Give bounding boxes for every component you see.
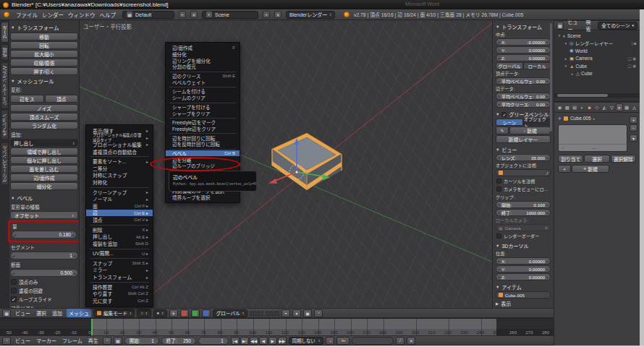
timeline-menu-マーカー[interactable]: マーカー <box>34 336 59 345</box>
lens-slider[interactable]: レンズ: 35.000 <box>496 154 551 161</box>
mesh-object[interactable] <box>272 133 342 190</box>
pivot-dropdown[interactable]: ● ↕ <box>153 309 167 317</box>
extrude-button[interactable]: 押し出し ↕ <box>10 139 78 147</box>
cursor-axis-slider[interactable]: Z:0.00000 <box>496 273 551 280</box>
cursor-axis-slider[interactable]: X:0.00000 <box>496 257 551 265</box>
timeline-menu-フレーム[interactable]: フレーム <box>60 336 85 345</box>
layer-cell[interactable] <box>277 314 279 316</box>
mesh-menu-item[interactable]: 複製を追加Shift D <box>86 240 153 247</box>
layer-cell[interactable] <box>268 314 271 316</box>
mesh-menu-item[interactable]: 対称にスナップ <box>86 172 153 179</box>
mean-bevel-weight-vertex-slider[interactable]: 平均ベベルウェ: 0.00 <box>496 77 551 85</box>
layer-cell[interactable] <box>258 314 260 316</box>
tool-button[interactable]: 辺をス <box>10 95 44 103</box>
np-display-header[interactable]: ▶ 表示 <box>496 300 551 307</box>
frame-end-field[interactable]: 終了: 250 <box>161 337 196 345</box>
deselect-button[interactable]: 選択解除 <box>611 155 636 163</box>
outliner-row[interactable]: ▾◎レンダーレイヤー| ◙ <box>556 40 638 48</box>
render-border-checkbox[interactable] <box>496 234 501 239</box>
view3d-menu-追加[interactable]: 追加 <box>50 309 64 317</box>
local-camera-field[interactable]: ▣ Camera ✕ <box>496 224 551 231</box>
manipulator-rotate-button[interactable] <box>191 309 200 317</box>
restriction-icons[interactable]: ▢ ◉ <box>627 56 638 61</box>
edge-menu-item[interactable]: シームのクリア <box>166 95 240 101</box>
bevel-panel-header[interactable]: ▼ ベベル <box>11 194 77 202</box>
properties-tab-8[interactable]: ● <box>616 103 622 111</box>
layout-add-button[interactable]: + <box>179 11 186 18</box>
tool-button[interactable]: 回転 <box>10 41 78 49</box>
topbar-menu-レンダー[interactable]: レンダー <box>40 11 66 19</box>
playback-button[interactable]: |◀ <box>231 337 240 345</box>
view3d-menu-選択[interactable]: 選択 <box>34 309 48 317</box>
tool-button[interactable]: 面を差し込む <box>10 165 78 173</box>
layer-cell[interactable] <box>274 314 276 316</box>
mesh-menu-item[interactable]: 面Ctrl F ▸ <box>86 202 153 210</box>
checkbox[interactable] <box>11 279 17 285</box>
topbar-menu-ヘルプ[interactable]: ヘルプ <box>98 11 119 19</box>
properties-tab-7[interactable]: ▽ <box>609 103 615 111</box>
tool-button[interactable]: 拡大縮小 <box>10 50 78 58</box>
eyedropper-icon[interactable]: ∕ <box>547 171 548 176</box>
edge-menu-item[interactable]: ベベルウェイト <box>166 79 240 85</box>
mesh-menu-item[interactable]: スナップShift S ▸ <box>86 260 153 267</box>
layer-cell[interactable] <box>271 314 274 316</box>
tool-button[interactable]: 頂点スムーズ <box>10 113 78 121</box>
render-opengl-button[interactable]: ▣ <box>303 309 312 317</box>
properties-tab-0[interactable]: ◉ <box>556 103 563 111</box>
editor-type-button[interactable]: ◔ <box>2 337 11 345</box>
layer-cell[interactable] <box>277 311 279 313</box>
render-opengl-anim-button[interactable]: ◔ <box>314 309 323 317</box>
transform-panel-header[interactable]: ▼ トランスフォーム <box>11 24 77 31</box>
edge-menu-item[interactable]: 境界ループを選択 <box>166 194 240 200</box>
editor-type-button[interactable]: ▦ <box>556 22 564 30</box>
layout-delete-button[interactable]: ✕ <box>190 11 198 18</box>
mesh-menu-item[interactable]: 辺Ctrl E ▸ <box>86 210 153 217</box>
properties-tab-1[interactable]: ▩ <box>564 103 570 111</box>
properties-tab-4[interactable]: ■ <box>586 103 593 111</box>
preview-range-button[interactable]: ◔ <box>103 337 111 345</box>
scene-add-button[interactable]: + <box>263 11 270 18</box>
layer-cell[interactable] <box>271 311 274 313</box>
local-button[interactable]: ローカル <box>523 62 551 69</box>
material-browse-button[interactable]: ● <box>558 165 571 173</box>
properties-tab-9[interactable]: ▦ <box>624 103 630 111</box>
timeline-menu-再生[interactable]: 再生 <box>86 336 101 345</box>
tool-button[interactable]: 頂点 <box>45 95 79 103</box>
outliner-row[interactable]: ◉World <box>556 47 638 55</box>
shelf-tab[interactable]: シェーディング/UV <box>1 62 9 109</box>
new-layer-button[interactable]: 新規レイヤー <box>496 135 551 143</box>
global-button[interactable]: グローバル <box>496 62 523 69</box>
scene-selector[interactable]: ◐ Scene <box>202 11 258 19</box>
keying-set-clear-button[interactable]: ✕ <box>407 337 415 345</box>
n-panel-scrollbar[interactable] <box>550 23 552 132</box>
layer-cell[interactable] <box>255 314 258 316</box>
outliner-scrollbar[interactable] <box>557 94 608 97</box>
frame-start-field[interactable]: 開始: 1 <box>124 337 159 345</box>
snap-element-dropdown[interactable]: ▾ <box>292 309 301 317</box>
np-cursor-header[interactable]: ▼ 3Dカーソル <box>496 242 551 249</box>
slot-specials-button[interactable]: ▾ <box>630 134 637 142</box>
shelf-tab[interactable]: ツール <box>1 22 9 43</box>
layer-cell[interactable] <box>258 311 260 313</box>
playback-button[interactable]: ◀ <box>259 337 268 345</box>
layer-cell[interactable] <box>253 311 255 313</box>
mode-dropdown[interactable]: 編集モード ↕ <box>93 309 135 317</box>
properties-tab-6[interactable]: ◭ <box>601 103 608 111</box>
shelf-tab[interactable]: 作成 <box>1 44 9 61</box>
mesh-menu-item[interactable]: 要素をソート...▸ <box>86 158 153 165</box>
current-frame-field[interactable]: 1 <box>198 337 229 345</box>
keying-set-field[interactable] <box>352 337 394 345</box>
keying-set-insert-button[interactable]: ∕ <box>396 337 404 345</box>
blender-menu-icon[interactable] <box>4 12 9 17</box>
mesh-menu-button[interactable]: メッシュ <box>67 309 91 317</box>
material-new-button[interactable]: + 新規 <box>572 165 609 173</box>
topbar-menu-ファイル[interactable]: ファイル <box>14 11 40 19</box>
np-item-header[interactable]: ▼ アイテム <box>496 283 551 291</box>
np-view-header[interactable]: ▼ ビュー <box>496 146 551 153</box>
meshtools-panel-header[interactable]: ▼ メッシュツール <box>11 77 77 85</box>
frame-range-lock-button[interactable]: ▦ <box>114 337 122 345</box>
assign-button[interactable]: 割り当て <box>558 155 583 163</box>
expand-icon[interactable]: ▾ <box>557 33 562 38</box>
bevel-profile-slider[interactable]: 0.500 <box>10 269 78 277</box>
mesh-menu-item[interactable]: プロポーショナル編集▸ <box>86 141 153 148</box>
